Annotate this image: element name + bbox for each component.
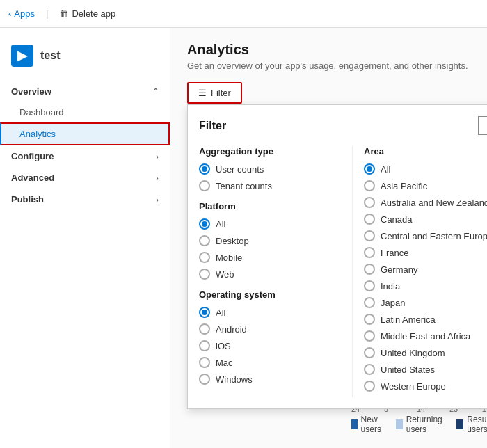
configure-label: Configure <box>11 151 54 161</box>
radio-circle <box>364 347 375 358</box>
radio-circle <box>364 297 375 308</box>
main-content: Analytics Get an overview of your app's … <box>170 28 487 448</box>
sidebar: ▶ test Overview ⌃ Dashboard Analytics Co… <box>0 28 170 448</box>
radio-area-anz[interactable]: Australia and New Zealand <box>364 197 487 208</box>
radio-label: Canada <box>381 214 413 225</box>
legend-new-users: New users <box>351 415 385 434</box>
radio-circle <box>199 235 210 246</box>
back-button[interactable]: ‹ Apps <box>8 8 35 19</box>
nav-configure[interactable]: Configure › <box>0 145 170 167</box>
legend-resurrected-users: Resurrected users <box>456 415 487 434</box>
radio-label: Central and Eastern Europe <box>381 231 487 241</box>
radio-circle <box>199 269 210 280</box>
app-icon: ▶ <box>11 45 33 67</box>
radio-circle <box>364 230 375 241</box>
radio-area-canada[interactable]: Canada <box>364 214 487 225</box>
radio-label: Latin America <box>381 314 436 325</box>
os-title: Operating system <box>199 289 341 300</box>
radio-user-counts[interactable]: User counts <box>199 163 341 175</box>
layout: ▶ test Overview ⌃ Dashboard Analytics Co… <box>0 28 487 448</box>
radio-area-germany[interactable]: Germany <box>364 264 487 275</box>
chart-legend: New users Returning users Resurrected us… <box>351 415 487 434</box>
radio-circle <box>199 357 210 368</box>
radio-area-latam[interactable]: Latin America <box>364 314 487 325</box>
nav-advanced[interactable]: Advanced › <box>0 167 170 189</box>
radio-tenant-counts[interactable]: Tenant counts <box>199 180 341 191</box>
radio-area-mea[interactable]: Middle East and Africa <box>364 330 487 342</box>
radio-circle <box>364 364 375 375</box>
aggregation-title: Aggregation type <box>199 146 341 157</box>
chevron-down-icon: ⌃ <box>152 87 159 96</box>
radio-area-france[interactable]: France <box>364 247 487 258</box>
radio-os-all[interactable]: All <box>199 307 341 318</box>
radio-circle <box>199 180 210 191</box>
radio-label: Japan <box>381 298 405 308</box>
radio-circle <box>364 264 375 275</box>
radio-area-uk[interactable]: United Kingdom <box>364 347 487 358</box>
radio-label: Mac <box>216 358 233 368</box>
delete-app-button[interactable]: 🗑 Delete app <box>59 8 115 19</box>
radio-area-westerneurope[interactable]: Western Europe <box>364 381 487 392</box>
radio-label: Germany <box>381 264 417 275</box>
app-icon-symbol: ▶ <box>17 48 27 63</box>
legend-label-new-users: New users <box>361 415 385 434</box>
radio-os-android[interactable]: Android <box>199 323 341 335</box>
radio-area-all[interactable]: All <box>364 163 487 175</box>
analytics-label: Analytics <box>19 129 56 139</box>
radio-circle <box>199 340 210 351</box>
nav-publish[interactable]: Publish › <box>0 189 170 210</box>
radio-platform-web[interactable]: Web <box>199 269 341 280</box>
radio-circle <box>199 323 210 335</box>
radio-area-japan[interactable]: Japan <box>364 297 487 308</box>
radio-circle <box>364 314 375 325</box>
filter-title: Filter <box>199 120 226 132</box>
radio-circle <box>364 163 375 175</box>
radio-label: All <box>381 164 390 175</box>
legend-label-resurrected-users: Resurrected users <box>467 415 487 434</box>
legend-swatch-resurrected-users <box>456 419 463 429</box>
radio-label: France <box>381 248 408 258</box>
chevron-right-icon-3: › <box>156 195 159 204</box>
radio-circle <box>199 374 210 385</box>
radio-circle <box>364 280 375 291</box>
radio-label: Web <box>216 269 234 280</box>
radio-label: User counts <box>216 164 264 175</box>
reset-button[interactable]: Reset <box>478 116 488 135</box>
radio-label: United Kingdom <box>381 348 445 358</box>
radio-label: India <box>381 281 400 291</box>
sidebar-item-analytics[interactable]: Analytics <box>0 122 170 145</box>
radio-circle <box>199 218 210 230</box>
radio-area-asiapacific[interactable]: Asia Pacific <box>364 180 487 191</box>
radio-area-cee[interactable]: Central and Eastern Europe <box>364 230 487 241</box>
filter-dropdown: Filter Reset Apply Aggregation type User… <box>187 104 487 409</box>
radio-platform-desktop[interactable]: Desktop <box>199 235 341 246</box>
radio-platform-all[interactable]: All <box>199 218 341 230</box>
legend-swatch-returning-users <box>396 419 402 429</box>
chevron-right-icon-2: › <box>156 174 159 182</box>
nav-overview-section: Overview ⌃ Dashboard Analytics <box>0 81 170 145</box>
radio-label: Middle East and Africa <box>381 331 470 342</box>
radio-os-ios[interactable]: iOS <box>199 340 341 351</box>
radio-area-india[interactable]: India <box>364 280 487 291</box>
filter-icon: ☰ <box>198 88 207 98</box>
radio-area-us[interactable]: United States <box>364 364 487 375</box>
filter-actions: Reset Apply <box>478 116 488 135</box>
dashboard-label: Dashboard <box>19 107 64 118</box>
radio-circle <box>199 307 210 318</box>
radio-label: Australia and New Zealand <box>381 198 487 208</box>
radio-circle <box>364 197 375 208</box>
radio-os-windows[interactable]: Windows <box>199 374 341 385</box>
radio-platform-mobile[interactable]: Mobile <box>199 252 341 263</box>
radio-os-mac[interactable]: Mac <box>199 357 341 368</box>
sidebar-item-dashboard[interactable]: Dashboard <box>0 102 170 122</box>
radio-label: Windows <box>216 374 253 385</box>
publish-label: Publish <box>11 194 44 205</box>
nav-overview[interactable]: Overview ⌃ <box>0 81 170 102</box>
radio-label: Desktop <box>216 236 249 246</box>
radio-circle <box>364 381 375 392</box>
filter-button[interactable]: ☰ Filter <box>187 82 242 104</box>
radio-circle <box>364 214 375 225</box>
filter-button-label: Filter <box>211 88 231 98</box>
advanced-label: Advanced <box>11 173 54 183</box>
nav-overview-label: Overview <box>11 86 51 97</box>
